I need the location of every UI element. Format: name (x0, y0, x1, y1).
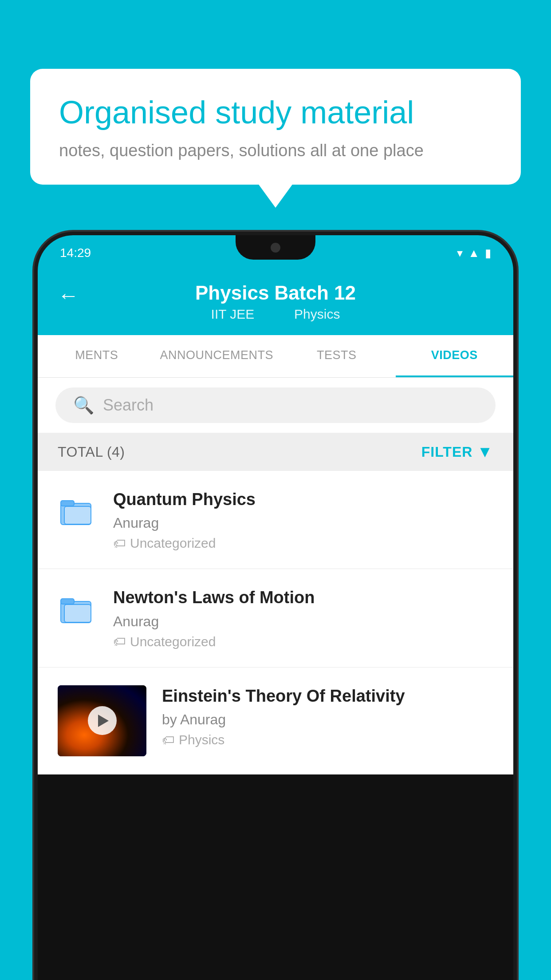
filter-button[interactable]: FILTER ▼ (421, 443, 493, 461)
tag-label: Uncategorized (130, 536, 216, 551)
svg-rect-4 (61, 599, 74, 604)
video-info: Quantum Physics Anurag 🏷 Uncategorized (113, 489, 493, 551)
search-input-wrap[interactable]: 🔍 Search (55, 387, 496, 423)
video-tag: 🏷 Uncategorized (113, 536, 493, 551)
video-title: Einstein's Theory Of Relativity (162, 685, 493, 707)
app-title: Physics Batch 12 (195, 282, 356, 304)
filter-bar: TOTAL (4) FILTER ▼ (38, 433, 513, 471)
folder-icon (58, 491, 98, 531)
camera (271, 243, 280, 253)
tab-videos[interactable]: VIDEOS (396, 335, 513, 377)
play-button[interactable] (88, 706, 117, 735)
list-item[interactable]: Quantum Physics Anurag 🏷 Uncategorized (38, 471, 513, 569)
video-author: by Anurag (162, 711, 493, 728)
tab-tests[interactable]: TESTS (278, 335, 396, 377)
play-icon (98, 715, 109, 727)
subtitle-physics: Physics (294, 307, 340, 321)
list-item[interactable]: Einstein's Theory Of Relativity by Anura… (38, 668, 513, 775)
filter-label: FILTER (421, 444, 473, 460)
tag-icon: 🏷 (113, 634, 126, 649)
video-title: Quantum Physics (113, 489, 493, 510)
tag-icon: 🏷 (113, 536, 126, 551)
status-bar: 14:29 ▾ ▲ ▮ (38, 235, 513, 271)
svg-rect-5 (64, 605, 91, 622)
wifi-icon: ▾ (457, 246, 463, 260)
svg-rect-1 (61, 501, 74, 506)
video-thumbnail (58, 685, 146, 756)
tab-bar: MENTS ANNOUNCEMENTS TESTS VIDEOS (38, 335, 513, 378)
notch (236, 235, 315, 260)
subtitle-separator (269, 307, 280, 321)
search-bar: 🔍 Search (38, 378, 513, 433)
back-button[interactable]: ← (58, 283, 79, 308)
phone-frame: 14:29 ▾ ▲ ▮ ← Physics Batch 12 IIT JEE P… (38, 235, 513, 980)
svg-rect-2 (64, 506, 91, 524)
status-time: 14:29 (60, 246, 91, 260)
app-subtitle: IIT JEE Physics (206, 307, 346, 322)
filter-icon: ▼ (477, 443, 493, 461)
video-info: Einstein's Theory Of Relativity by Anura… (162, 685, 493, 747)
bubble-subtitle: notes, question papers, solutions all at… (59, 141, 492, 160)
search-input[interactable]: Search (103, 396, 153, 415)
video-author: Anurag (113, 613, 493, 630)
tab-announcements[interactable]: ANNOUNCEMENTS (156, 335, 278, 377)
app-header: ← Physics Batch 12 IIT JEE Physics (38, 271, 513, 335)
status-icons: ▾ ▲ ▮ (457, 246, 491, 260)
tab-ments[interactable]: MENTS (38, 335, 156, 377)
signal-icon: ▲ (468, 246, 480, 260)
bubble-title: Organised study material (59, 93, 492, 131)
video-tag: 🏷 Uncategorized (113, 634, 493, 649)
tag-icon: 🏷 (162, 733, 174, 747)
battery-icon: ▮ (485, 246, 491, 260)
total-count: TOTAL (4) (58, 444, 125, 460)
speech-bubble: Organised study material notes, question… (30, 69, 521, 185)
folder-icon (58, 589, 98, 629)
subtitle-iitjee: IIT JEE (211, 307, 255, 321)
video-title: Newton's Laws of Motion (113, 587, 493, 609)
list-item[interactable]: Newton's Laws of Motion Anurag 🏷 Uncateg… (38, 569, 513, 667)
tag-label: Physics (179, 732, 224, 747)
video-info: Newton's Laws of Motion Anurag 🏷 Uncateg… (113, 587, 493, 649)
tag-label: Uncategorized (130, 634, 216, 649)
video-tag: 🏷 Physics (162, 732, 493, 747)
search-icon: 🔍 (73, 395, 94, 415)
video-list: Quantum Physics Anurag 🏷 Uncategorized N… (38, 471, 513, 775)
video-author: Anurag (113, 515, 493, 531)
